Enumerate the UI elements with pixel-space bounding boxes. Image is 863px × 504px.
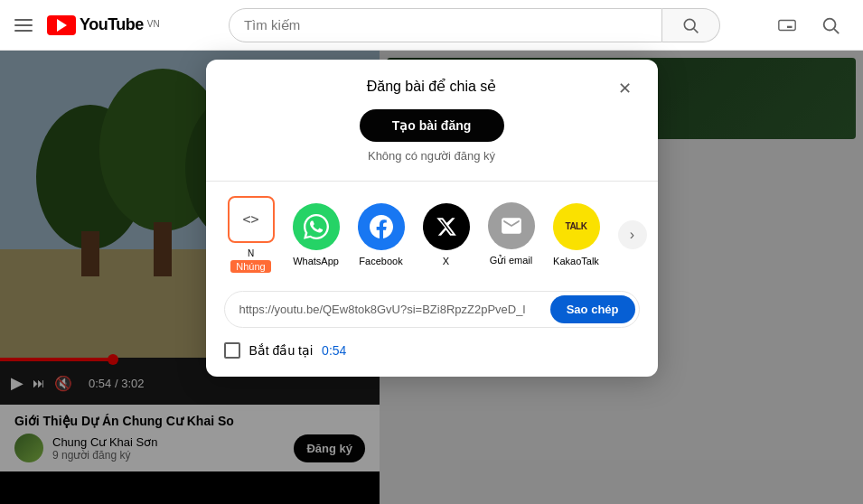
kakao-label: KakaoTalk (553, 256, 599, 266)
youtube-logo-text: YouTube (80, 15, 144, 34)
search-button[interactable] (662, 8, 720, 42)
youtube-header: YouTube VN (0, 0, 863, 51)
svg-line-1 (694, 28, 699, 33)
start-at-row: Bắt đầu tại 0:54 (224, 342, 640, 359)
svg-line-10 (834, 29, 839, 33)
share-item-embed[interactable]: <> N Nhúng (224, 196, 278, 273)
start-at-time[interactable]: 0:54 (322, 343, 346, 358)
share-next-button[interactable]: › (618, 220, 647, 249)
facebook-icon (358, 203, 405, 250)
modal-header: Đăng bài để chia sẻ ✕ (224, 78, 640, 95)
post-button[interactable]: Tạo bài đăng (360, 109, 504, 142)
embed-icon: <> (228, 196, 275, 243)
share-item-whatsapp[interactable]: WhatsApp (289, 203, 343, 266)
share-modal: Đăng bài để chia sẻ ✕ Tạo bài đăng Không… (206, 60, 658, 377)
kakao-icon: TALK (553, 203, 600, 250)
embed-label-nhung: Nhúng (230, 260, 270, 273)
search-icon-button[interactable] (812, 7, 849, 43)
youtube-logo[interactable]: YouTube VN (47, 15, 160, 35)
search-bar (229, 8, 720, 42)
start-at-label: Bắt đầu tại (249, 343, 314, 358)
link-row: https://youtu.be/QEw8tok8GvU?si=BZi8RpzZ… (224, 291, 640, 328)
youtube-logo-vn: VN (147, 19, 160, 29)
share-item-x[interactable]: X (419, 203, 474, 266)
svg-point-0 (685, 19, 696, 30)
email-icon (488, 202, 535, 249)
no-subscribers-text: Không có người đăng ký (224, 149, 640, 163)
facebook-label: Facebook (359, 256, 402, 266)
share-item-kakao[interactable]: TALK KakaoTalk (549, 203, 604, 266)
share-item-facebook[interactable]: Facebook (354, 203, 408, 266)
modal-overlay: Đăng bài để chia sẻ ✕ Tạo bài đăng Không… (0, 51, 863, 504)
copy-button[interactable]: Sao chép (550, 295, 635, 323)
youtube-logo-icon (47, 15, 76, 35)
x-icon (423, 203, 470, 250)
email-label: Gửi email (490, 255, 532, 266)
whatsapp-label: WhatsApp (293, 256, 339, 266)
whatsapp-icon (293, 203, 340, 250)
link-url: https://youtu.be/QEw8tok8GvU?si=BZi8RpzZ… (239, 303, 550, 316)
share-item-email[interactable]: Gửi email (484, 202, 539, 266)
start-at-checkbox[interactable] (224, 342, 240, 359)
modal-close-button[interactable]: ✕ (611, 74, 640, 103)
svg-point-9 (824, 18, 836, 30)
modal-divider (206, 181, 658, 182)
main-content: Bước 2 ↓ ▶ ⏭ 🔇 0:54 / 3:02 Giới Thiệu Dự… (0, 51, 863, 504)
share-icons-row: <> N Nhúng WhatsApp (224, 196, 640, 273)
menu-icon[interactable] (14, 19, 33, 32)
svg-rect-2 (779, 20, 795, 30)
next-chevron-icon: › (630, 227, 634, 243)
header-icons (769, 7, 849, 43)
modal-title: Đăng bài để chia sẻ (367, 78, 497, 95)
search-input[interactable] (229, 8, 662, 42)
embed-label-n: N (248, 248, 254, 258)
x-label: X (443, 256, 449, 266)
keyboard-icon-button[interactable] (769, 7, 805, 43)
